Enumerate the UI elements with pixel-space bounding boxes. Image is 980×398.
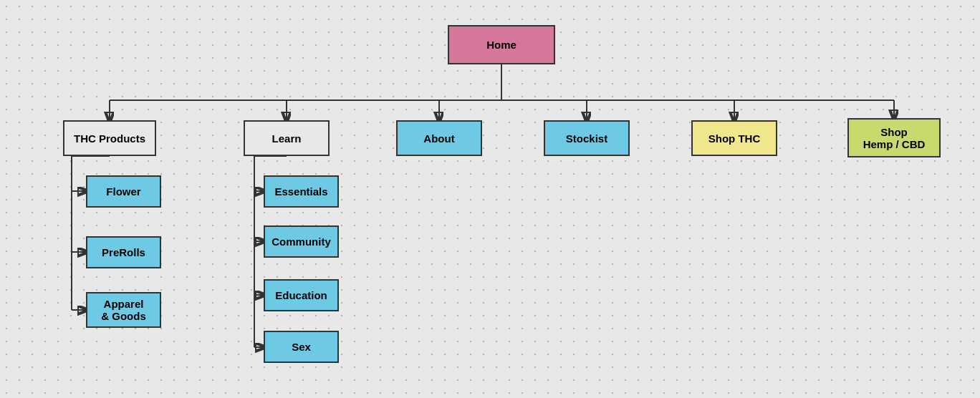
learn-node[interactable]: Learn [244,120,330,156]
learn-label: Learn [272,132,302,145]
thc-products-node[interactable]: THC Products [63,120,156,156]
apparel-node[interactable]: Apparel& Goods [86,292,161,328]
education-node[interactable]: Education [264,279,339,311]
community-label: Community [272,236,331,248]
stockist-node[interactable]: Stockist [544,120,630,156]
home-node[interactable]: Home [448,25,555,64]
home-label: Home [486,39,517,51]
flower-node[interactable]: Flower [86,175,161,208]
stockist-label: Stockist [566,132,607,145]
shop-hemp-label: ShopHemp / CBD [863,126,926,150]
thc-products-label: THC Products [74,132,145,145]
about-label: About [423,132,454,145]
flower-label: Flower [106,185,140,198]
sex-label: Sex [292,341,311,353]
shop-thc-label: Shop THC [708,132,761,145]
shop-hemp-node[interactable]: ShopHemp / CBD [847,118,941,157]
education-label: Education [275,289,327,301]
essentials-node[interactable]: Essentials [264,175,339,208]
about-node[interactable]: About [396,120,482,156]
essentials-label: Essentials [274,185,327,198]
prerolls-label: PreRolls [102,246,145,258]
apparel-label: Apparel& Goods [101,298,146,322]
prerolls-node[interactable]: PreRolls [86,236,161,268]
sex-node[interactable]: Sex [264,331,339,363]
shop-thc-node[interactable]: Shop THC [691,120,777,156]
community-node[interactable]: Community [264,225,339,258]
